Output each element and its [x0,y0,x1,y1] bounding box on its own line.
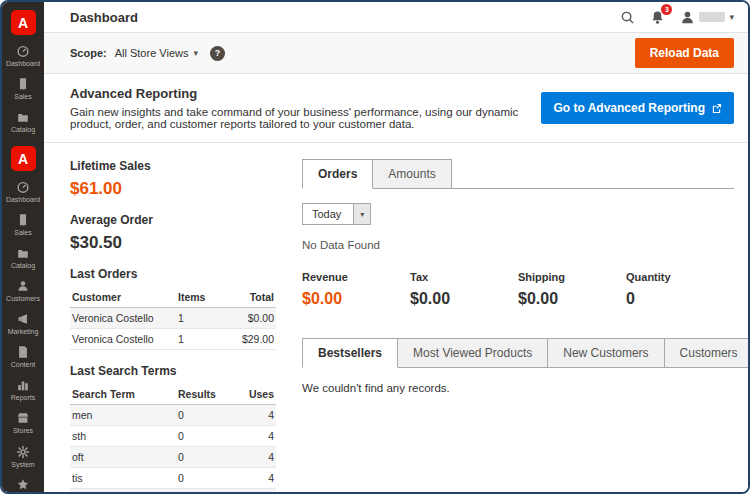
sidebar-item-label: Catalog [3,262,43,270]
sales-icon [16,77,30,91]
account-menu[interactable]: ▾ [680,10,734,25]
search-icon[interactable] [620,10,635,25]
sidebar-item-label: Sales [3,229,43,237]
column-header: Search Term [70,384,176,405]
chart-tabs: Orders Amounts [302,159,734,189]
adobe-logo[interactable]: A [11,146,36,171]
sidebar-item-label: Content [3,361,43,369]
tab-most-viewed-products[interactable]: Most Viewed Products [397,338,548,368]
last-search-terms-title: Last Search Terms [70,364,276,378]
dashboard-icon [16,44,30,58]
column-header: Items [176,287,228,308]
sidebar-item-find-partners[interactable]: Find Partners & Extensions [2,474,44,492]
bottom-tabs: Bestsellers Most Viewed Products New Cus… [302,338,734,368]
dashboard-icon [16,180,30,194]
table-row[interactable]: tis 0 4 [70,468,276,489]
sidebar-item-sales[interactable]: Sales [2,73,44,106]
external-link-icon [711,103,722,114]
marketing-icon [16,312,30,326]
last-orders-table: Customer Items Total Veronica Costello 1… [70,287,276,350]
user-name-placeholder [699,12,725,22]
table-row[interactable]: men 0 4 [70,405,276,426]
find-partners-icon [16,478,30,492]
tab-customers[interactable]: Customers [664,338,748,368]
metric-tax: Tax $0.00 [410,271,518,308]
table-row[interactable]: edt 0 4 [70,489,276,493]
column-header: Customer [70,287,176,308]
sidebar-item-label: Dashboard [3,196,43,204]
advanced-reporting-title: Advanced Reporting [70,86,521,101]
top-header: Dashboard 3 ▾ [44,2,748,33]
reports-icon [16,378,30,392]
sidebar-item-catalog[interactable]: Catalog [2,242,44,275]
scope-label: Scope: [70,47,107,59]
main-area: Dashboard 3 ▾ Scope: All Store Views [44,2,748,492]
sidebar-item-label: Dashboard [3,60,43,68]
sidebar-item-customers[interactable]: Customers [2,275,44,308]
sidebar-item-sales[interactable]: Sales [2,209,44,242]
sidebar-item-label: Reports [3,394,43,402]
column-header: Total [228,287,276,308]
average-order-label: Average Order [70,213,276,227]
sidebar-item-dashboard[interactable]: Dashboard [2,176,44,209]
period-select[interactable]: Today ▾ [302,203,371,225]
sidebar-item-system[interactable]: System [2,441,44,474]
chevron-down-icon: ▾ [353,204,370,224]
scope-bar: Scope: All Store Views ▾ ? Reload Data [44,33,748,74]
sidebar-item-label: Customers [3,295,43,303]
table-row[interactable]: oft 0 4 [70,447,276,468]
help-icon[interactable]: ? [210,46,225,61]
column-header: Uses [228,384,276,405]
sidebar-item-label: System [3,461,43,469]
customers-icon [16,279,30,293]
go-to-advanced-reporting-button[interactable]: Go to Advanced Reporting [541,92,734,124]
chart-no-data-message: No Data Found [302,239,734,251]
catalog-icon [16,110,30,124]
period-value: Today [303,204,353,224]
chevron-down-icon: ▾ [729,13,734,22]
tab-amounts[interactable]: Amounts [372,159,451,189]
chevron-down-icon: ▾ [193,49,198,58]
table-row[interactable]: sth 0 4 [70,426,276,447]
reload-data-button[interactable]: Reload Data [635,38,734,68]
metric-quantity: Quantity 0 [626,271,734,308]
sidebar-item-label: Sales [3,93,43,101]
sidebar-item-label: Catalog [3,126,43,134]
stores-icon [16,411,30,425]
tab-new-customers[interactable]: New Customers [547,338,664,368]
column-header: Results [176,384,228,405]
notifications-bell-icon[interactable]: 3 [650,10,665,25]
lifetime-sales-label: Lifetime Sales [70,159,276,173]
content-icon [16,345,30,359]
table-row[interactable]: Veronica Costello 1 $29.00 [70,329,276,350]
tab-orders[interactable]: Orders [302,159,373,189]
store-view-switcher[interactable]: All Store Views ▾ [115,47,198,59]
average-order-value: $30.50 [70,233,276,253]
last-orders-title: Last Orders [70,267,276,281]
lifetime-sales-value: $61.00 [70,179,276,199]
catalog-icon [16,246,30,260]
last-search-terms-table: Search Term Results Uses men 0 4 sth [70,384,276,492]
sidebar-item-marketing[interactable]: Marketing [2,308,44,341]
notifications-badge: 3 [661,4,672,15]
tab-bestsellers[interactable]: Bestsellers [302,338,398,368]
store-view-value: All Store Views [115,47,189,59]
table-row[interactable]: Veronica Costello 1 $0.00 [70,308,276,329]
bottom-empty-message: We couldn't find any records. [302,382,734,394]
sidebar-item-dashboard[interactable]: Dashboard [2,40,44,73]
metric-revenue: Revenue $0.00 [302,271,410,308]
sidebar-item-reports[interactable]: Reports [2,374,44,407]
totals-row: Revenue $0.00 Tax $0.00 Shipping $0.00 Q… [302,271,734,308]
advanced-reporting-description: Gain new insights and take command of yo… [70,106,521,130]
sidebar-item-label: Stores [3,427,43,435]
sales-icon [16,213,30,227]
sidebar-item-catalog[interactable]: Catalog [2,106,44,139]
sidebar-item-stores[interactable]: Stores [2,407,44,440]
magento-admin-window: A Dashboard Sales Catalog A Dashboard Sa… [0,0,750,494]
system-icon [16,445,30,459]
user-icon [680,10,695,25]
sidebar-item-content[interactable]: Content [2,341,44,374]
dashboard-content: Lifetime Sales $61.00 Average Order $30.… [44,143,748,492]
advanced-reporting-banner: Advanced Reporting Gain new insights and… [44,74,748,143]
adobe-logo[interactable]: A [11,10,36,35]
